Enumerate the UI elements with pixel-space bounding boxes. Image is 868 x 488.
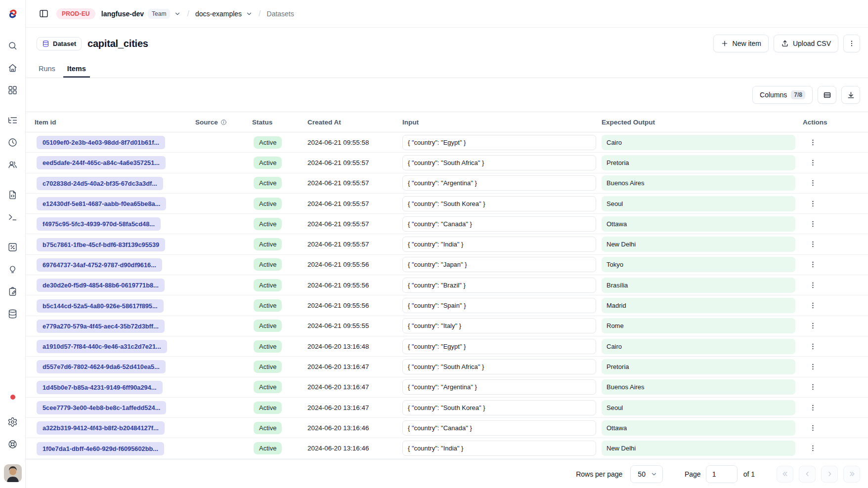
row-kebab-menu-button[interactable] (806, 258, 820, 272)
expected-output-cell[interactable]: Buenos Aires (602, 379, 795, 395)
playground-icon[interactable] (6, 210, 20, 224)
expected-output-cell[interactable]: Brasília (602, 278, 795, 293)
expected-output-cell[interactable]: Ottawa (602, 420, 795, 436)
input-cell[interactable]: { "country": "Egypt" } (402, 339, 596, 354)
item-id-pill[interactable]: b75c7861-1fbe-45cf-bdf6-83f139c95539 (37, 238, 165, 251)
item-id-pill[interactable]: e12430df-5e81-4687-aabb-f0ea65be8a... (37, 197, 166, 210)
users-icon[interactable] (6, 158, 20, 171)
input-cell[interactable]: { "country": "Italy" } (402, 318, 596, 333)
sidebar-toggle-icon[interactable] (37, 7, 50, 21)
item-id-pill[interactable]: a322b319-9412-4f43-b8f2-b20484127f... (37, 421, 165, 435)
tab-items[interactable]: Items (63, 59, 90, 78)
search-icon[interactable] (6, 39, 20, 52)
annotation-icon[interactable] (6, 285, 20, 298)
item-id-pill[interactable]: 05109ef0-2e3b-4e03-98dd-8f7d01b61f... (37, 136, 165, 149)
first-page-button[interactable] (777, 466, 793, 483)
item-id-pill[interactable]: 1d45b0e7-b85a-4231-9149-6ff90a294... (37, 381, 163, 394)
row-kebab-menu-button[interactable] (806, 238, 820, 251)
row-kebab-menu-button[interactable] (806, 156, 820, 169)
sessions-icon[interactable] (6, 135, 20, 149)
expected-output-cell[interactable]: Pretoria (602, 359, 795, 374)
insights-lightbulb-icon[interactable] (6, 262, 20, 276)
input-cell[interactable]: { "country": "Canada" } (402, 420, 596, 436)
row-kebab-menu-button[interactable] (806, 299, 820, 313)
expected-output-cell[interactable]: Seoul (602, 196, 795, 211)
item-id-pill[interactable]: d557e7d6-7802-4624-9da6-52d410ea5... (37, 360, 166, 373)
expected-output-cell[interactable]: Pretoria (602, 155, 795, 170)
evaluation-icon[interactable] (6, 240, 20, 254)
org-name[interactable]: langfuse-dev (101, 10, 144, 18)
input-cell[interactable]: { "country": "Argentina" } (402, 379, 596, 395)
chevron-down-icon[interactable] (174, 10, 181, 17)
input-cell[interactable]: { "country": "Argentina" } (402, 175, 596, 191)
item-id-pill[interactable]: 5cee7779-3e00-4eb8-be8c-1affedd524... (37, 401, 166, 414)
expected-output-cell[interactable]: Madrid (602, 298, 795, 313)
expected-output-cell[interactable]: New Delhi (602, 237, 795, 252)
row-kebab-menu-button[interactable] (806, 278, 820, 292)
chevron-down-icon[interactable] (246, 10, 253, 17)
input-cell[interactable]: { "country": "South Korea" } (402, 400, 596, 415)
page-number-input[interactable] (706, 465, 738, 483)
breadcrumb-section[interactable]: Datasets (267, 10, 294, 18)
item-id-pill[interactable]: e779a270-579a-4f45-aec4-35b72d3bff... (37, 320, 165, 333)
row-kebab-menu-button[interactable] (806, 421, 820, 435)
row-kebab-menu-button[interactable] (806, 319, 820, 333)
settings-gear-icon[interactable] (6, 415, 20, 429)
input-cell[interactable]: { "country": "Canada" } (402, 216, 596, 232)
row-kebab-menu-button[interactable] (806, 401, 820, 414)
row-kebab-menu-button[interactable] (806, 360, 820, 373)
input-cell[interactable]: { "country": "Japan" } (402, 257, 596, 272)
expected-output-cell[interactable]: New Delhi (602, 441, 795, 456)
tracing-icon[interactable] (6, 113, 20, 127)
item-id-pill[interactable]: c702838d-24d5-40a2-bf35-67dc3a3df... (37, 177, 163, 190)
expected-output-cell[interactable]: Cairo (602, 339, 795, 354)
new-item-button[interactable]: New item (713, 35, 769, 52)
tab-runs[interactable]: Runs (35, 59, 59, 78)
input-cell[interactable]: { "country": "South Africa" } (402, 359, 596, 374)
row-kebab-menu-button[interactable] (806, 197, 820, 210)
input-cell[interactable]: { "country": "India" } (402, 237, 596, 252)
item-id-pill[interactable]: a1910d57-7f84-440c-9e46-a31c2d7e21... (37, 340, 167, 353)
expected-output-cell[interactable]: Tokyo (602, 257, 795, 272)
row-kebab-menu-button[interactable] (806, 217, 820, 231)
input-cell[interactable]: { "country": "South Korea" } (402, 196, 596, 211)
input-cell[interactable]: { "country": "Egypt" } (402, 135, 596, 150)
next-page-button[interactable] (821, 466, 838, 483)
user-avatar[interactable] (4, 464, 22, 482)
rows-per-page-select[interactable]: 50 (630, 465, 663, 483)
input-cell[interactable]: { "country": "South Africa" } (402, 155, 596, 170)
datasets-icon[interactable] (6, 307, 20, 321)
expected-output-cell[interactable]: Seoul (602, 400, 795, 415)
item-id-pill[interactable]: de30d2e0-f5d9-4854-88b6-0619771b8... (37, 279, 165, 292)
langfuse-logo[interactable] (0, 0, 25, 28)
row-kebab-menu-button[interactable] (806, 135, 820, 149)
project-name[interactable]: docs-examples (195, 10, 242, 18)
item-id-pill[interactable]: eed5dafe-244f-465c-a84c-4a6e357251... (37, 156, 166, 169)
upload-csv-button[interactable]: Upload CSV (774, 35, 838, 52)
home-icon[interactable] (6, 61, 20, 75)
row-kebab-menu-button[interactable] (806, 176, 820, 190)
expected-output-cell[interactable]: Rome (602, 318, 795, 333)
item-id-pill[interactable]: b5c144cd-52a5-4a80-926e-58617f895... (37, 299, 164, 313)
expected-output-cell[interactable]: Buenos Aires (602, 175, 795, 191)
support-lifebuoy-icon[interactable] (6, 437, 20, 451)
org-switcher[interactable]: langfuse-dev Team (101, 9, 181, 19)
expected-output-cell[interactable]: Cairo (602, 135, 795, 150)
expected-output-cell[interactable]: Ottawa (602, 216, 795, 232)
row-kebab-menu-button[interactable] (806, 380, 820, 394)
row-height-button[interactable] (818, 86, 836, 104)
input-cell[interactable]: { "country": "India" } (402, 441, 596, 456)
prompts-icon[interactable] (6, 188, 20, 202)
header-kebab-menu-button[interactable] (843, 35, 860, 52)
item-id-pill[interactable]: 69764737-34af-4752-9787-d90df9616... (37, 258, 162, 272)
columns-button[interactable]: Columns 7/8 (752, 86, 813, 104)
input-cell[interactable]: { "country": "Spain" } (402, 298, 596, 313)
export-download-button[interactable] (841, 86, 860, 104)
item-id-pill[interactable]: 1f0e7da1-dbff-4e60-929d-f6095602bb... (37, 442, 164, 455)
row-kebab-menu-button[interactable] (806, 339, 820, 353)
record-status-dot[interactable] (6, 390, 20, 404)
info-icon[interactable] (220, 119, 227, 125)
previous-page-button[interactable] (799, 466, 816, 483)
row-kebab-menu-button[interactable] (806, 442, 820, 455)
project-switcher[interactable]: docs-examples (195, 10, 253, 18)
